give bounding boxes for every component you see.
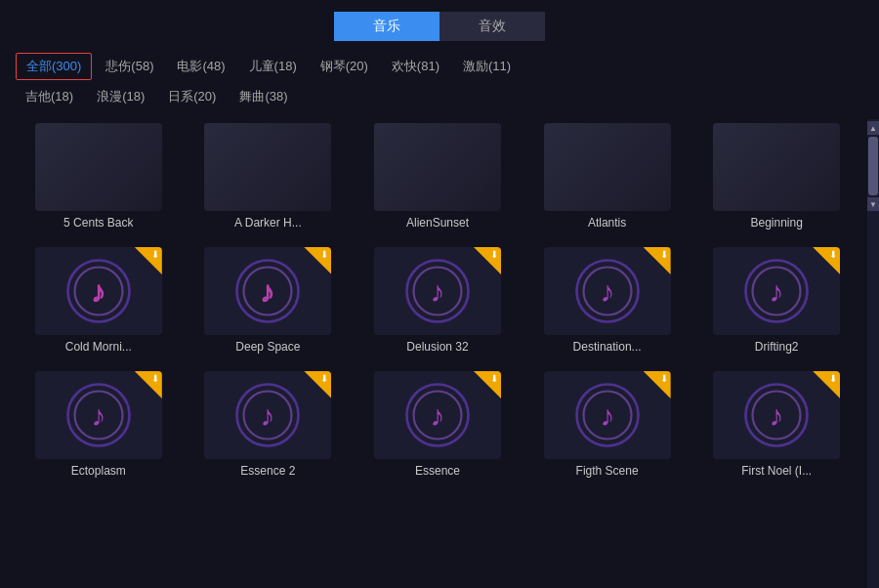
download-icon: ⬇ bbox=[320, 249, 328, 260]
item-label: Drifting2 bbox=[755, 340, 799, 354]
list-item[interactable]: ♪ ⬇ bbox=[16, 367, 182, 483]
list-item[interactable]: ♪ ⬇ bbox=[693, 367, 859, 483]
list-item[interactable]: ♪ ♪ ⬇ bbox=[16, 243, 182, 359]
music-grid: 5 Cents Back A Darker H... AlienSunset bbox=[16, 119, 859, 483]
list-item[interactable]: ♪ ⬇ bbox=[355, 367, 521, 483]
svg-text:♪: ♪ bbox=[431, 399, 445, 432]
thumbnail: ♪ ♪ bbox=[204, 247, 331, 335]
item-label: Delusion 32 bbox=[406, 340, 468, 354]
thumbnail: ♪ bbox=[713, 247, 840, 335]
thumbnail: ♪ bbox=[544, 371, 671, 459]
svg-text:♪: ♪ bbox=[600, 275, 614, 308]
download-icon: ⬇ bbox=[320, 373, 328, 384]
thumbnail: ♪ bbox=[374, 247, 501, 335]
download-icon: ⬇ bbox=[490, 249, 498, 260]
list-item[interactable]: Atlantis bbox=[524, 119, 691, 235]
scrollbar-down-button[interactable]: ▼ bbox=[867, 197, 879, 211]
cat-sad[interactable]: 悲伤(58) bbox=[96, 54, 163, 79]
tab-music[interactable]: 音乐 bbox=[334, 12, 440, 41]
svg-text:♪: ♪ bbox=[770, 275, 784, 308]
cat-romantic[interactable]: 浪漫(18) bbox=[87, 84, 154, 109]
grid-scroll[interactable]: 5 Cents Back A Darker H... AlienSunset bbox=[0, 119, 867, 588]
item-label: Atlantis bbox=[588, 216, 626, 230]
item-label: Essence bbox=[415, 464, 460, 478]
cat-guitar[interactable]: 吉他(18) bbox=[16, 84, 83, 109]
item-label: Beginning bbox=[751, 216, 803, 230]
list-item[interactable]: ♪ ♪ ⬇ bbox=[186, 243, 352, 359]
item-label: First Noel (I... bbox=[741, 464, 812, 478]
cat-japanese[interactable]: 日系(20) bbox=[158, 84, 226, 109]
main-container: 音乐 音效 全部(300) 悲伤(58) 电影(48) 儿童(18) 钢琴(20… bbox=[0, 0, 879, 588]
list-item[interactable]: ♪ ⬇ bbox=[693, 243, 859, 359]
scrollbar: ▲ ▼ bbox=[867, 119, 879, 588]
svg-text:♪: ♪ bbox=[600, 399, 614, 432]
item-label: Deep Space bbox=[235, 340, 300, 354]
list-item[interactable]: Beginning bbox=[693, 119, 859, 235]
tab-sfx[interactable]: 音效 bbox=[440, 12, 545, 41]
thumbnail bbox=[204, 123, 331, 211]
thumbnail bbox=[713, 123, 840, 211]
cat-children[interactable]: 儿童(18) bbox=[239, 54, 307, 79]
thumbnail: ♪ bbox=[35, 371, 162, 459]
list-item[interactable]: ♪ ⬇ bbox=[524, 243, 691, 359]
item-label: Cold Morni... bbox=[65, 340, 132, 354]
cat-dance[interactable]: 舞曲(38) bbox=[230, 84, 297, 109]
svg-text:♪: ♪ bbox=[91, 275, 105, 308]
list-item[interactable]: ♪ ⬇ bbox=[524, 367, 691, 483]
download-icon: ⬇ bbox=[151, 373, 159, 384]
scrollbar-thumb[interactable] bbox=[868, 137, 878, 195]
cat-piano[interactable]: 钢琴(20) bbox=[311, 54, 378, 79]
list-item[interactable]: AlienSunset bbox=[355, 119, 521, 235]
cat-movie[interactable]: 电影(48) bbox=[167, 54, 234, 79]
list-item[interactable]: ♪ ⬇ bbox=[355, 243, 521, 359]
item-label: A Darker H... bbox=[234, 216, 302, 230]
download-icon: ⬇ bbox=[829, 249, 837, 260]
cat-all[interactable]: 全部(300) bbox=[16, 53, 92, 80]
thumbnail: ♪ ♪ bbox=[35, 247, 162, 335]
grid-area: 5 Cents Back A Darker H... AlienSunset bbox=[0, 119, 879, 588]
svg-text:♪: ♪ bbox=[431, 275, 445, 308]
list-item[interactable]: ♪ ⬇ bbox=[186, 367, 352, 483]
svg-text:♪: ♪ bbox=[91, 399, 105, 432]
thumbnail: ♪ bbox=[204, 371, 331, 459]
item-label: Essence 2 bbox=[240, 464, 295, 478]
download-icon: ⬇ bbox=[151, 249, 159, 260]
cat-inspire[interactable]: 激励(11) bbox=[453, 54, 521, 79]
thumbnail bbox=[35, 123, 162, 211]
svg-text:♪: ♪ bbox=[261, 275, 275, 308]
list-item[interactable]: 5 Cents Back bbox=[16, 119, 182, 235]
item-label: Destination... bbox=[573, 340, 642, 354]
cat-happy[interactable]: 欢快(81) bbox=[382, 54, 449, 79]
scrollbar-up-button[interactable]: ▲ bbox=[867, 121, 879, 135]
category-row-1: 全部(300) 悲伤(58) 电影(48) 儿童(18) 钢琴(20) 欢快(8… bbox=[0, 53, 879, 80]
item-label: Ectoplasm bbox=[71, 464, 126, 478]
svg-text:♪: ♪ bbox=[770, 399, 784, 432]
thumbnail bbox=[544, 123, 671, 211]
download-icon: ⬇ bbox=[829, 373, 837, 384]
download-icon: ⬇ bbox=[490, 373, 498, 384]
item-label: Figth Scene bbox=[576, 464, 639, 478]
svg-text:♪: ♪ bbox=[261, 399, 275, 432]
list-item[interactable]: A Darker H... bbox=[186, 119, 352, 235]
download-icon: ⬇ bbox=[660, 373, 668, 384]
item-label: 5 Cents Back bbox=[63, 216, 133, 230]
thumbnail: ♪ bbox=[374, 371, 501, 459]
thumbnail bbox=[374, 123, 501, 211]
tab-bar: 音乐 音效 bbox=[0, 12, 879, 41]
download-icon: ⬇ bbox=[660, 249, 668, 260]
thumbnail: ♪ bbox=[544, 247, 671, 335]
item-label: AlienSunset bbox=[406, 216, 469, 230]
thumbnail: ♪ bbox=[713, 371, 840, 459]
category-row-2: 吉他(18) 浪漫(18) 日系(20) 舞曲(38) bbox=[0, 84, 879, 109]
